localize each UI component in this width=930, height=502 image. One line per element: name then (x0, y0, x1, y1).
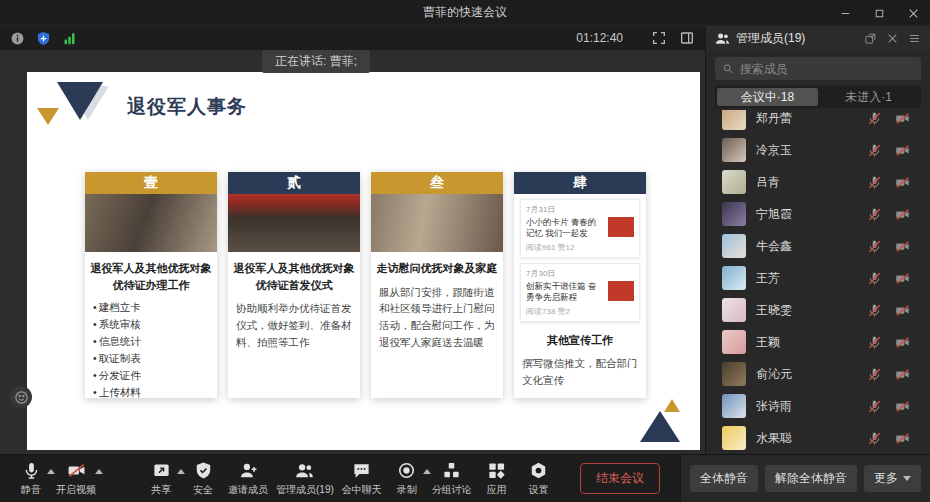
record-icon (397, 461, 416, 480)
meeting-app-window: 曹菲的快速会议 01:12:40 正在讲话: 曹菲; (0, 0, 930, 502)
mic-muted-icon[interactable] (867, 271, 882, 286)
article-meta: 阅读961 赞12 (526, 242, 634, 253)
mic-muted-icon[interactable] (867, 431, 882, 446)
card-3-body: 服从部门安排，跟随街道和社区领导进行上门慰问活动，配合慰问工作，为退役军人家庭送… (371, 281, 503, 354)
bullet-item: 分发证件 (93, 367, 209, 384)
member-row[interactable]: 张诗雨 (706, 390, 930, 422)
camera-muted-icon[interactable] (895, 111, 910, 126)
caret-down-icon (903, 476, 911, 481)
caret-up-icon[interactable] (95, 469, 103, 474)
mic-muted-icon[interactable] (867, 335, 882, 350)
member-name: 牛会鑫 (756, 238, 857, 255)
mic-muted-icon[interactable] (867, 143, 882, 158)
bullet-item: 信息统计 (93, 333, 209, 350)
maximize-button[interactable] (862, 0, 896, 26)
fullscreen-icon[interactable] (651, 30, 667, 46)
members-panel-header: 管理成员(19) (706, 26, 930, 50)
camera-muted-icon[interactable] (895, 303, 910, 318)
mic-muted-icon[interactable] (867, 111, 882, 126)
toolbar-item[interactable]: 应用 (476, 459, 518, 499)
member-row[interactable]: 宁旭霞 (706, 198, 930, 230)
unmute-all-button[interactable]: 解除全体静音 (765, 465, 857, 492)
camera-muted-icon[interactable] (895, 271, 910, 286)
camera-muted-icon[interactable] (895, 239, 910, 254)
meeting-info-icon[interactable] (10, 31, 25, 46)
member-row[interactable]: 牛会鑫 (706, 230, 930, 262)
article-title: 小小的卡片 青春的记忆 我们一起发“证”——高新开发区退役军人科… (526, 217, 604, 240)
mic-muted-icon[interactable] (867, 303, 882, 318)
mute-all-button[interactable]: 全体静音 (690, 465, 758, 492)
reactions-button[interactable] (10, 386, 32, 408)
camera-muted-icon[interactable] (895, 431, 910, 446)
toolbar-item[interactable]: 录制 (386, 459, 428, 499)
card-2-body: 协助顺利举办优待证首发仪式，做好签到、准备材料、拍照等工作 (228, 297, 360, 353)
slide-corner-triangles (640, 400, 686, 442)
popout-panel-icon[interactable] (864, 32, 877, 45)
member-name: 吕青 (756, 174, 857, 191)
tab-not-joined[interactable]: 未进入·1 (818, 88, 919, 106)
bullet-item: 系统审核 (93, 316, 209, 333)
member-row[interactable]: 王颖 (706, 326, 930, 358)
layout-toggle-icon[interactable] (679, 30, 695, 46)
camera-muted-icon[interactable] (895, 143, 910, 158)
card-4-articles: 7月31日 小小的卡片 青春的记忆 我们一起发“证”——高新开发区退役军人科… … (514, 194, 646, 324)
camera-muted-icon[interactable] (895, 367, 910, 382)
member-row[interactable]: 王晓雯 (706, 294, 930, 326)
chat-icon (352, 461, 371, 480)
close-panel-icon[interactable] (886, 32, 899, 45)
camera-muted-icon[interactable] (895, 175, 910, 190)
more-button[interactable]: 更多 (864, 465, 921, 492)
card-3-photo (371, 194, 503, 252)
camera-muted-icon[interactable] (895, 399, 910, 414)
toolbar-item[interactable]: 共享 (140, 459, 182, 499)
avatar (722, 362, 746, 386)
toolbar-item[interactable]: 会中聊天 (338, 459, 386, 499)
toolbar-item[interactable]: 邀请成员 (224, 459, 272, 499)
toolbar-item[interactable]: 设置 (518, 459, 560, 499)
shield-protect-icon[interactable] (36, 31, 51, 46)
close-button[interactable] (896, 0, 930, 26)
member-name: 张诗雨 (756, 398, 857, 415)
slide-logo-triangles (35, 82, 125, 134)
panel-menu-icon[interactable] (908, 32, 921, 45)
toolbar-item[interactable]: 管理成员(19) (272, 459, 338, 499)
toolbar-item[interactable]: 分组讨论 (428, 459, 476, 499)
member-row[interactable]: 王芳 (706, 262, 930, 294)
users-icon (295, 461, 314, 480)
member-row[interactable]: 吕青 (706, 166, 930, 198)
member-name: 宁旭霞 (756, 206, 857, 223)
member-name: 郑丹蕾 (756, 110, 857, 127)
card-4-body: 撰写微信推文，配合部门文化宣传 (514, 352, 646, 392)
card-2-photo (228, 194, 360, 252)
card-2-title: 退役军人及其他优抚对象优待证首发仪式 (228, 252, 360, 297)
search-input[interactable] (740, 62, 914, 76)
camera-muted-icon[interactable] (895, 335, 910, 350)
status-bar: 01:12:40 (0, 26, 705, 50)
mic-muted-icon[interactable] (867, 367, 882, 382)
network-signal-icon[interactable] (62, 31, 77, 46)
member-row[interactable]: 俞沁元 (706, 358, 930, 390)
toolbar-item[interactable]: 安全 (182, 459, 224, 499)
avatar (722, 330, 746, 354)
article-thumbnail (608, 217, 634, 237)
member-row[interactable]: 郑丹蕾 (706, 110, 930, 134)
camera-muted-icon[interactable] (895, 207, 910, 222)
end-meeting-button[interactable]: 结束会议 (580, 463, 660, 494)
member-name: 俞沁元 (756, 366, 857, 383)
member-row[interactable]: 冷京玉 (706, 134, 930, 166)
toolbar-item[interactable]: 静音 (10, 459, 52, 499)
tab-in-meeting[interactable]: 会议中·18 (717, 88, 818, 106)
member-list: 郑丹蕾 冷京玉 (706, 110, 930, 454)
member-row[interactable]: 水果聪 (706, 422, 930, 454)
meeting-timer: 01:12:40 (576, 31, 623, 45)
mic-muted-icon[interactable] (867, 175, 882, 190)
avatar (722, 266, 746, 290)
avatar (722, 234, 746, 258)
card-4-title: 其他宣传工作 (514, 324, 646, 353)
mic-muted-icon[interactable] (867, 399, 882, 414)
toolbar-item[interactable]: 开启视频 (52, 459, 100, 499)
minimize-button[interactable] (828, 0, 862, 26)
card-3-title: 走访慰问优抚对象及家庭 (371, 252, 503, 281)
mic-muted-icon[interactable] (867, 207, 882, 222)
mic-muted-icon[interactable] (867, 239, 882, 254)
